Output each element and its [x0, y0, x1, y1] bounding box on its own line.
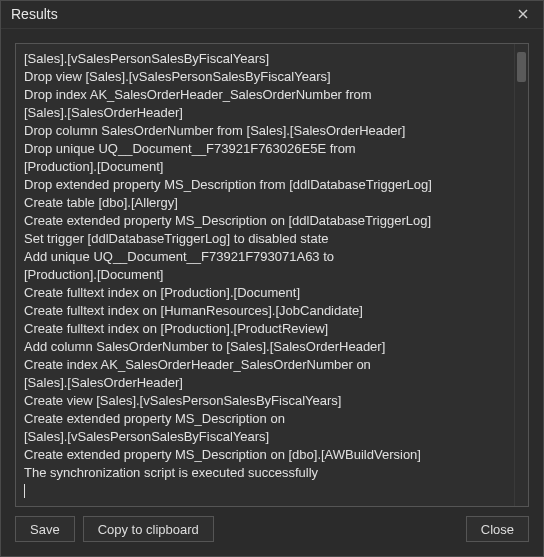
log-text[interactable]: [Sales].[vSalesPersonSalesByFiscalYears]…: [16, 44, 514, 506]
close-button[interactable]: Close: [466, 516, 529, 542]
vertical-scrollbar[interactable]: [514, 44, 528, 506]
log-panel: [Sales].[vSalesPersonSalesByFiscalYears]…: [15, 43, 529, 507]
close-icon[interactable]: [511, 2, 535, 26]
text-caret: [24, 484, 25, 498]
results-dialog: Results [Sales].[vSalesPersonSalesByFisc…: [0, 0, 544, 557]
save-button[interactable]: Save: [15, 516, 75, 542]
scrollbar-thumb[interactable]: [517, 52, 526, 82]
copy-to-clipboard-button[interactable]: Copy to clipboard: [83, 516, 214, 542]
dialog-footer: Save Copy to clipboard Close: [1, 513, 543, 556]
window-title: Results: [11, 6, 511, 22]
dialog-body: [Sales].[vSalesPersonSalesByFiscalYears]…: [1, 29, 543, 513]
titlebar: Results: [1, 1, 543, 29]
